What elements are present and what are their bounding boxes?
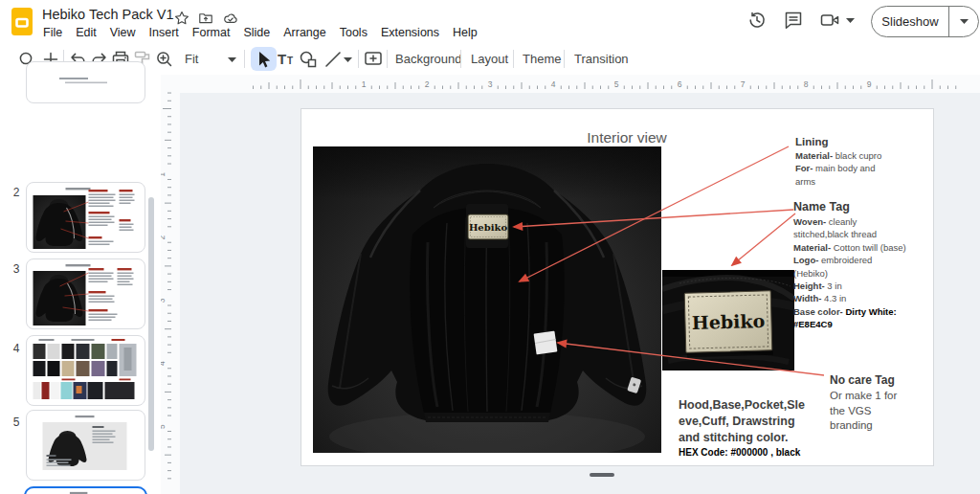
svg-text:T: T xyxy=(287,56,293,66)
speaker-notes-handle[interactable] xyxy=(590,473,614,477)
svg-text:7: 7 xyxy=(741,79,746,89)
menu-view[interactable]: View xyxy=(103,23,143,42)
camera-icon[interactable] xyxy=(819,10,840,31)
slide-number: 3 xyxy=(8,262,25,276)
text-box-icon[interactable]: T T xyxy=(275,49,296,70)
slideshow-button[interactable]: Slideshow xyxy=(872,14,948,29)
colors-textbox[interactable]: Hood,Base,Pocket,Sleeve,Cuff, Drawstring… xyxy=(679,397,841,458)
menu-insert[interactable]: Insert xyxy=(143,23,186,42)
slides-logo[interactable] xyxy=(10,7,34,37)
menu-extensions[interactable]: Extensions xyxy=(374,23,446,42)
version-history-icon[interactable] xyxy=(746,10,768,31)
no-care-body: Or make 1 forthe VGSbranding xyxy=(830,389,925,434)
toolbar-separator xyxy=(387,50,388,68)
jacket-interior-image[interactable]: Hebiko xyxy=(313,146,661,453)
svg-text:2: 2 xyxy=(425,79,430,89)
document-title[interactable]: Hebiko Tech Pack V1 xyxy=(42,7,174,22)
svg-text:T: T xyxy=(278,51,286,67)
lining-body: Material- black cuproFor- main body anda… xyxy=(795,149,901,188)
header: Hebiko Tech Pack V1 File Edit View Inser… xyxy=(0,0,980,44)
svg-text:3: 3 xyxy=(488,79,493,89)
background-button[interactable]: Background xyxy=(395,52,461,66)
menu-format[interactable]: Format xyxy=(186,23,237,42)
name-tag-body: Woven- cleanlystitched,black threadMater… xyxy=(793,215,947,331)
svg-text:4: 4 xyxy=(551,79,556,89)
filmstrip-scrollbar[interactable] xyxy=(148,197,154,451)
theme-button[interactable]: Theme xyxy=(523,52,561,66)
horizontal-ruler: 123456789 xyxy=(161,75,980,93)
svg-text:5: 5 xyxy=(614,79,619,89)
slide-title-text[interactable]: Interior view xyxy=(531,129,723,146)
closeup-tag-label-text: Hebiko xyxy=(692,310,766,333)
toolbar-separator xyxy=(244,50,245,68)
slide-number: 5 xyxy=(8,415,25,429)
google-slides-window: { "window": { "title": "Hebiko Tech Pack… xyxy=(0,0,980,494)
line-tool-caret-icon[interactable] xyxy=(344,57,352,62)
slide-filmstrip: 2 3 xyxy=(0,75,161,494)
comments-icon[interactable] xyxy=(783,10,804,31)
layout-button[interactable]: Layout xyxy=(471,52,508,66)
svg-text:6: 6 xyxy=(678,79,682,89)
zoom-caret-icon[interactable] xyxy=(228,57,236,62)
care-tag-graphic xyxy=(534,331,558,355)
toolbar-separator xyxy=(460,50,461,68)
name-tag-heading: Name Tag xyxy=(793,200,947,213)
slide-thumbnail-3[interactable] xyxy=(26,258,145,329)
svg-text:9: 9 xyxy=(867,79,872,89)
slide-thumbnail-6-selected[interactable] xyxy=(24,486,147,494)
name-tag-textbox[interactable]: Name Tag Woven- cleanlystitched,black th… xyxy=(793,200,947,331)
toolbar-separator xyxy=(564,50,565,68)
name-tag-closeup-image[interactable]: Hebiko xyxy=(662,270,794,370)
lining-textbox[interactable]: Lining Material- black cuproFor- main bo… xyxy=(795,136,901,188)
no-care-tag-textbox[interactable]: No care Tag Or make 1 forthe VGSbranding xyxy=(830,373,925,434)
slide-thumbnail-1-partial[interactable] xyxy=(26,61,145,103)
slide-number: 4 xyxy=(8,342,25,355)
slideshow-dropdown[interactable] xyxy=(949,19,978,24)
transition-button[interactable]: Transition xyxy=(574,52,629,66)
menu-file[interactable]: File xyxy=(36,23,69,42)
toolbar-separator xyxy=(513,50,514,68)
hex-code-line: HEX Code: #000000 , black xyxy=(679,447,841,458)
insert-comment-icon[interactable] xyxy=(363,49,384,70)
menu-tools[interactable]: Tools xyxy=(333,23,374,42)
line-tool-icon[interactable] xyxy=(323,49,344,70)
slide-thumbnail-2[interactable] xyxy=(26,182,145,253)
slideshow-split-button: Slideshow xyxy=(871,6,979,37)
slide-canvas[interactable]: Interior view xyxy=(301,108,934,466)
menu-arrange[interactable]: Arrange xyxy=(277,23,332,42)
menu-help[interactable]: Help xyxy=(446,23,484,42)
zoom-level-select[interactable]: Fit xyxy=(185,52,198,66)
colors-body: Hood,Base,Pocket,Sleeve,Cuff, Drawstring… xyxy=(679,397,841,446)
zoom-icon[interactable] xyxy=(154,49,175,70)
neck-tag-label-text: Hebiko xyxy=(469,222,508,233)
svg-text:1: 1 xyxy=(362,79,367,89)
camera-dropdown-caret[interactable] xyxy=(846,18,855,23)
slide-thumbnail-4[interactable] xyxy=(26,335,145,406)
shape-tool-icon[interactable] xyxy=(298,49,319,70)
menu-edit[interactable]: Edit xyxy=(69,23,103,42)
lining-heading: Lining xyxy=(795,136,901,147)
menu-slide[interactable]: Slide xyxy=(236,23,277,42)
slide-number: 2 xyxy=(8,186,25,199)
menu-bar: File Edit View Insert Format Slide Arran… xyxy=(36,23,484,42)
slide-thumbnail-5[interactable] xyxy=(26,410,145,481)
toolbar-separator xyxy=(358,50,359,68)
select-cursor-icon[interactable] xyxy=(253,49,274,70)
svg-text:8: 8 xyxy=(804,79,809,89)
no-care-heading: No care Tag xyxy=(830,373,925,387)
toolbar: Fit T T Background Layout Theme Transiti… xyxy=(0,44,980,76)
